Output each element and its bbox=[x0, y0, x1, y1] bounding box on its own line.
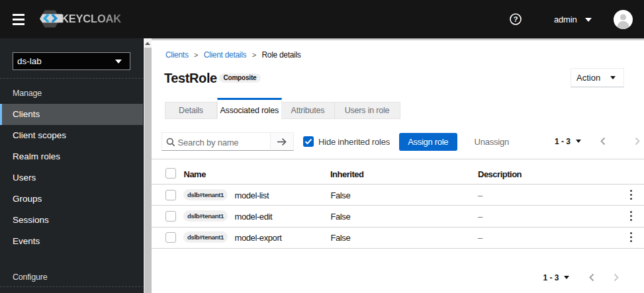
svg-text:?: ? bbox=[514, 15, 518, 23]
